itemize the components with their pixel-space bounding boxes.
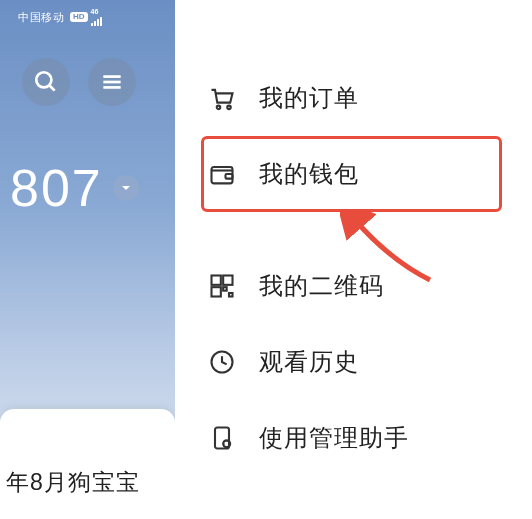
svg-rect-12 bbox=[223, 287, 227, 291]
qrcode-icon bbox=[207, 271, 237, 301]
dropdown-button[interactable] bbox=[113, 175, 139, 201]
menu-label-wallet: 我的钱包 bbox=[259, 158, 359, 190]
wallet-icon bbox=[207, 159, 237, 189]
background-app-panel: 中国移动 HD 46 807 年8月狗宝宝 bbox=[0, 0, 175, 519]
number-display: 807 bbox=[10, 158, 103, 218]
menu-item-orders[interactable]: 我的订单 bbox=[201, 60, 502, 136]
content-card[interactable]: 年8月狗宝宝 bbox=[0, 409, 175, 519]
clock-icon bbox=[207, 347, 237, 377]
signal-icon: 46 bbox=[91, 8, 102, 26]
menu-item-assistant[interactable]: 使用管理助手 bbox=[201, 400, 502, 476]
search-icon bbox=[33, 69, 59, 95]
svg-point-5 bbox=[217, 106, 221, 110]
svg-rect-8 bbox=[226, 174, 233, 179]
menu-label-orders: 我的订单 bbox=[259, 82, 359, 114]
number-display-row: 807 bbox=[0, 106, 175, 218]
menu-label-history: 观看历史 bbox=[259, 346, 359, 378]
status-icons: HD 46 bbox=[70, 8, 102, 26]
svg-rect-13 bbox=[229, 293, 233, 297]
hd-badge: HD bbox=[70, 12, 88, 22]
carrier-label: 中国移动 bbox=[18, 10, 64, 25]
top-button-row bbox=[0, 30, 175, 106]
search-button[interactable] bbox=[22, 58, 70, 106]
menu-item-qrcode[interactable]: 我的二维码 bbox=[201, 248, 502, 324]
svg-point-6 bbox=[227, 106, 231, 110]
menu-label-assistant: 使用管理助手 bbox=[259, 422, 409, 454]
svg-rect-11 bbox=[212, 287, 221, 296]
menu-item-wallet[interactable]: 我的钱包 bbox=[201, 136, 502, 212]
hamburger-icon bbox=[99, 69, 125, 95]
drawer-menu: 我的订单 我的钱包 我的二维码 观看历史 使用管理助手 bbox=[175, 0, 532, 519]
card-text: 年8月狗宝宝 bbox=[6, 469, 140, 495]
menu-button[interactable] bbox=[88, 58, 136, 106]
menu-item-history[interactable]: 观看历史 bbox=[201, 324, 502, 400]
cart-icon bbox=[207, 83, 237, 113]
menu-label-qrcode: 我的二维码 bbox=[259, 270, 384, 302]
svg-rect-7 bbox=[212, 167, 233, 183]
svg-rect-9 bbox=[212, 276, 221, 285]
svg-point-0 bbox=[36, 72, 51, 87]
phone-settings-icon bbox=[207, 423, 237, 453]
status-bar: 中国移动 HD 46 bbox=[0, 0, 175, 30]
svg-line-1 bbox=[49, 85, 54, 90]
svg-rect-15 bbox=[215, 428, 229, 449]
chevron-down-icon bbox=[120, 182, 132, 194]
svg-rect-10 bbox=[223, 276, 232, 285]
